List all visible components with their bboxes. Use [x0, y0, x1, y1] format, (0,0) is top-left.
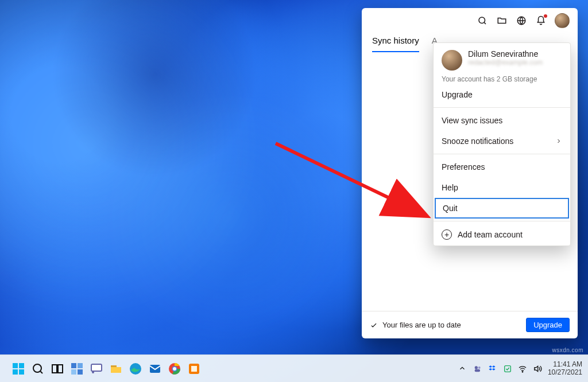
tray-overflow-icon[interactable] [458, 364, 467, 373]
folder-icon[interactable] [496, 15, 508, 26]
menu-snooze-label: Snooze notifications [442, 137, 513, 146]
divider [434, 221, 570, 221]
svg-rect-26 [475, 369, 480, 372]
svg-rect-8 [52, 365, 57, 373]
taskbar-center [10, 361, 202, 377]
plus-circle-icon: + [442, 229, 452, 240]
svg-rect-5 [13, 369, 18, 375]
svg-rect-16 [111, 365, 117, 367]
divider [434, 107, 570, 108]
chevron-right-icon [555, 138, 562, 145]
divider [434, 154, 570, 154]
menu-help[interactable]: Help [434, 177, 570, 198]
svg-rect-14 [91, 364, 102, 371]
widgets-button[interactable] [69, 361, 85, 377]
avatar[interactable] [555, 13, 570, 28]
sync-status-text: Your files are up to date [382, 321, 461, 329]
avatar [442, 50, 462, 71]
menu-preferences[interactable]: Preferences [434, 157, 570, 177]
wifi-icon[interactable] [518, 364, 527, 373]
svg-point-21 [173, 367, 176, 371]
app-button[interactable] [186, 361, 202, 377]
mail-button[interactable] [147, 361, 163, 377]
svg-rect-3 [13, 363, 18, 368]
svg-point-0 [479, 17, 485, 24]
menu-view-sync-issues[interactable]: View sync issues [434, 110, 570, 131]
chrome-button[interactable] [167, 361, 183, 377]
globe-icon[interactable] [516, 15, 527, 26]
panel-footer: Your files are up to date Upgrade [362, 311, 578, 338]
svg-rect-11 [78, 363, 83, 368]
account-email: redacted@example.com [468, 59, 543, 67]
dropbox-tray-panel: Sync history A Here you you've with. You… [362, 8, 578, 338]
svg-rect-27 [505, 365, 511, 372]
menu-snooze-notifications[interactable]: Snooze notifications [434, 131, 570, 151]
file-explorer-button[interactable] [108, 361, 124, 377]
account-name: Dilum Senevirathne [468, 50, 543, 59]
svg-rect-13 [78, 369, 83, 375]
system-tray: 11:41 AM 10/27/2021 [458, 361, 582, 377]
svg-point-25 [478, 367, 481, 369]
svg-rect-4 [19, 363, 24, 368]
menu-add-team-account[interactable]: + Add team account [434, 224, 570, 245]
panel-header [362, 8, 578, 33]
sync-status: Your files are up to date [370, 321, 461, 329]
clock[interactable]: 11:41 AM 10/27/2021 [548, 361, 582, 377]
svg-rect-12 [71, 369, 76, 375]
teams-tray-icon[interactable] [473, 364, 482, 373]
security-tray-icon[interactable] [503, 364, 512, 373]
svg-rect-9 [58, 365, 63, 373]
svg-point-28 [522, 371, 523, 372]
tab-sync-history[interactable]: Sync history [372, 36, 419, 52]
taskbar: 11:41 AM 10/27/2021 [0, 354, 588, 382]
svg-point-15 [92, 371, 94, 373]
svg-point-24 [475, 366, 478, 369]
search-icon[interactable] [477, 15, 488, 26]
menu-quit[interactable]: Quit [435, 198, 569, 219]
svg-rect-23 [191, 366, 197, 372]
account-menu: Dilum Senevirathne redacted@example.com … [433, 42, 571, 246]
clock-date: 10/27/2021 [548, 369, 582, 377]
start-button[interactable] [10, 361, 26, 377]
bell-icon[interactable] [535, 15, 547, 26]
account-info: Dilum Senevirathne redacted@example.com [434, 43, 570, 75]
svg-point-7 [33, 364, 41, 372]
menu-add-team-label: Add team account [458, 230, 523, 239]
menu-upgrade[interactable]: Upgrade [434, 84, 570, 105]
svg-rect-6 [19, 369, 24, 375]
check-icon [370, 321, 378, 329]
upgrade-button[interactable]: Upgrade [526, 318, 570, 332]
notification-dot [544, 14, 547, 18]
search-button[interactable] [30, 361, 46, 377]
svg-point-17 [130, 363, 141, 375]
dropbox-tray-icon[interactable] [488, 364, 497, 373]
task-view-button[interactable] [49, 361, 65, 377]
clock-time: 11:41 AM [548, 361, 582, 369]
watermark: wsxdn.com [552, 347, 583, 353]
volume-icon[interactable] [533, 364, 542, 373]
chat-button[interactable] [88, 361, 105, 377]
storage-note: Your account has 2 GB storage [434, 75, 570, 84]
svg-rect-10 [71, 363, 76, 368]
edge-button[interactable] [127, 361, 144, 377]
